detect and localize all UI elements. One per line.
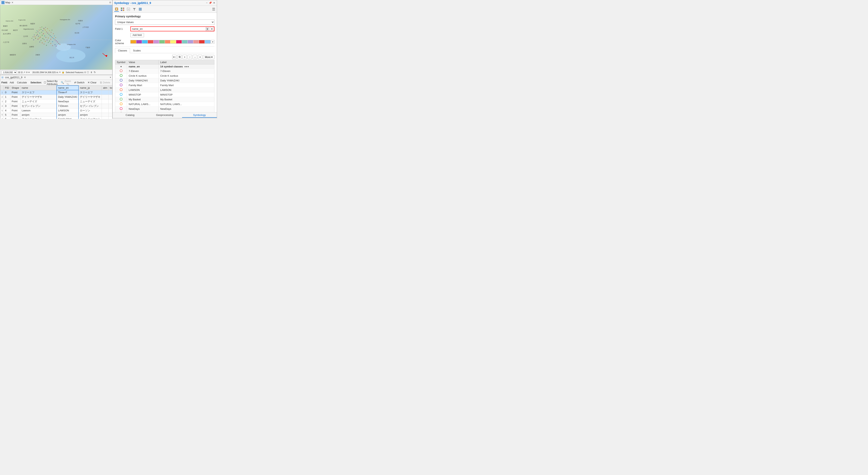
move-up-btn[interactable]: ↑ bbox=[188, 55, 192, 59]
map-close-button[interactable]: ✕ bbox=[11, 1, 13, 4]
symb-icon-structure[interactable] bbox=[138, 7, 143, 12]
list-item: Circle K sunkus Circle K sunkus bbox=[115, 73, 214, 78]
field1-input[interactable] bbox=[131, 27, 206, 31]
symb-pin-btn[interactable]: 📌 bbox=[209, 1, 212, 4]
group-value: name_en bbox=[127, 64, 159, 69]
table-row: 3 2 Point ニューデイズ NewDays ニューデイズ bbox=[0, 99, 113, 104]
symb-value-cell: NewDays bbox=[127, 107, 159, 111]
footer-tab-symbology[interactable]: Symbology bbox=[182, 113, 217, 118]
symb-symbol-cell[interactable] bbox=[115, 73, 127, 78]
col-header-toilet[interactable]: toilet bbox=[108, 86, 112, 90]
cell-fid: 2 bbox=[4, 99, 10, 104]
pause-icon[interactable]: ⏸ bbox=[90, 71, 93, 74]
cell-fid: 3 bbox=[4, 104, 10, 108]
symb-label-cell: MINISTOP bbox=[159, 93, 214, 97]
coord-dropdown[interactable]: ▾ bbox=[59, 71, 61, 73]
color-scheme-wrap: ▾ bbox=[130, 40, 214, 43]
cell-atm bbox=[102, 108, 109, 113]
symb-icon-masking[interactable] bbox=[126, 7, 131, 12]
tab-scales[interactable]: Scales bbox=[130, 48, 144, 53]
refresh-icon[interactable]: ↻ bbox=[94, 71, 96, 74]
svg-rect-109 bbox=[139, 9, 142, 10]
list-item: MINISTOP MINISTOP bbox=[115, 93, 214, 97]
dropdown-icon[interactable]: ▾ bbox=[28, 71, 30, 74]
list-item: Daily YAMAZAKI Daily YAMAZAKI bbox=[115, 78, 214, 83]
field1-dropdown-btn[interactable]: ▾ bbox=[206, 27, 209, 31]
add-button[interactable]: Add bbox=[8, 81, 15, 84]
cell-shape: Point bbox=[10, 104, 21, 108]
col-header-atm[interactable]: atm bbox=[102, 86, 109, 90]
table-row: 1 0 Point スリーエフ Three-F スリーエフ bbox=[0, 90, 113, 95]
symb-symbol-cell[interactable] bbox=[115, 107, 127, 111]
map-float-button[interactable]: ⊟ bbox=[109, 1, 111, 4]
symb-title: Symbology - cvs_jgd2011_9 bbox=[114, 1, 205, 4]
symb-minimize-btn[interactable]: − bbox=[206, 1, 208, 4]
copy-classes-btn[interactable]: ⧉ bbox=[177, 55, 182, 59]
cell-name-en: 7-Eleven bbox=[57, 104, 79, 108]
scale-selector[interactable]: 1:518,332 bbox=[1, 71, 17, 74]
delete-button[interactable]: 🗑 Delete bbox=[98, 80, 112, 84]
cell-name-en: NewDays bbox=[57, 99, 79, 104]
footer-tab-geoprocessing[interactable]: Geoprocessing bbox=[147, 113, 182, 118]
field1-clear-btn[interactable]: ✕ bbox=[210, 27, 214, 31]
col-header-shape[interactable]: Shape bbox=[10, 86, 21, 90]
calculate-button[interactable]: Calculate bbox=[16, 81, 28, 84]
more-btn[interactable]: More ▾ bbox=[203, 55, 214, 59]
attr-table-close-button[interactable]: ✕ bbox=[24, 76, 26, 79]
cell-name-en: Three-F bbox=[57, 90, 79, 95]
symb-icon-filter[interactable] bbox=[132, 7, 137, 12]
switch-button[interactable]: ⇄ Switch bbox=[73, 80, 86, 84]
symb-menu-btn[interactable]: ☰ bbox=[212, 7, 215, 11]
symb-symbol-cell[interactable] bbox=[115, 69, 127, 73]
symb-tabs: Classes Scales bbox=[115, 48, 214, 53]
extent-icon[interactable]: ⊞ bbox=[18, 71, 20, 74]
cell-name-ja: ニューデイズ bbox=[79, 99, 102, 104]
table-row: 5 4 Point Lawson LAWSON ローソン bbox=[0, 108, 113, 113]
symb-label-cell: 7-Eleven bbox=[159, 69, 214, 73]
add-field-button[interactable]: Add field bbox=[130, 33, 144, 37]
select-icon: ☐ bbox=[44, 81, 46, 84]
select-icon[interactable]: ↗ bbox=[23, 71, 25, 74]
cell-atm bbox=[102, 113, 109, 117]
symb-icon-secondary[interactable] bbox=[120, 7, 125, 12]
col-header-name[interactable]: name bbox=[20, 86, 57, 90]
col-header-name-en[interactable]: name_en bbox=[57, 86, 79, 90]
symb-symbol-cell[interactable] bbox=[115, 78, 127, 83]
cell-name-ja: ローソン bbox=[79, 108, 102, 113]
symb-symbol-cell[interactable] bbox=[115, 102, 127, 107]
symb-symbol-cell[interactable] bbox=[115, 97, 127, 102]
table-grid-icon: ⊞ bbox=[1, 76, 4, 79]
list-item: NATURAL LAWS... NATURAL LAWS... bbox=[115, 102, 214, 107]
group-collapse-arrow[interactable]: ▼ bbox=[115, 64, 127, 69]
clear-button[interactable]: ✕ Clear bbox=[86, 80, 98, 84]
symb-value-cell: MINISTOP bbox=[127, 93, 159, 97]
table-icon[interactable]: ⊟ bbox=[21, 71, 23, 74]
zoom-to-button[interactable]: 🔍 Zoom To bbox=[60, 79, 72, 86]
delete-class-btn[interactable]: × bbox=[198, 55, 202, 59]
cell-name: Lawson bbox=[20, 108, 57, 113]
selection-icon[interactable]: ☐ bbox=[87, 71, 89, 74]
color-scheme-dropdown[interactable]: ▾ bbox=[211, 40, 214, 43]
symb-value-cell: Daily YAMAZAKI bbox=[127, 78, 159, 83]
select-by-attr-button[interactable]: ☐ Select By Attributes bbox=[42, 79, 59, 86]
move-down-btn[interactable]: ↓ bbox=[193, 55, 197, 59]
symb-close-btn[interactable]: ✕ bbox=[213, 1, 215, 4]
table-row: 2 1 Point デイリーヤマザキ Daily YAMAZAKI デイリーヤマ… bbox=[0, 95, 113, 99]
tab-classes[interactable]: Classes bbox=[115, 48, 130, 53]
attr-table-float-button[interactable]: ▾ bbox=[110, 76, 111, 79]
symb-icon-primary[interactable] bbox=[114, 7, 119, 12]
col-header-name-ja[interactable]: name_ja bbox=[79, 86, 102, 90]
svg-rect-108 bbox=[139, 8, 142, 9]
group-dots-btn[interactable]: ●●● bbox=[184, 65, 189, 68]
symb-label-cell: LAWSON bbox=[159, 88, 214, 93]
col-header-fid[interactable]: FID bbox=[4, 86, 10, 90]
symb-symbol-cell[interactable] bbox=[115, 83, 127, 88]
symb-label-cell: Circle K sunkus bbox=[159, 73, 214, 78]
footer-tab-catalog[interactable]: Catalog bbox=[113, 113, 147, 118]
symb-symbol-cell[interactable] bbox=[115, 93, 127, 97]
nav-icon[interactable]: ✛ bbox=[26, 71, 28, 74]
add-class-btn[interactable]: + bbox=[183, 55, 187, 59]
sort-asc-btn[interactable]: ≡↑ bbox=[172, 55, 177, 59]
symb-symbol-cell[interactable] bbox=[115, 88, 127, 93]
symbology-type-select[interactable]: Unique Values bbox=[115, 20, 214, 25]
